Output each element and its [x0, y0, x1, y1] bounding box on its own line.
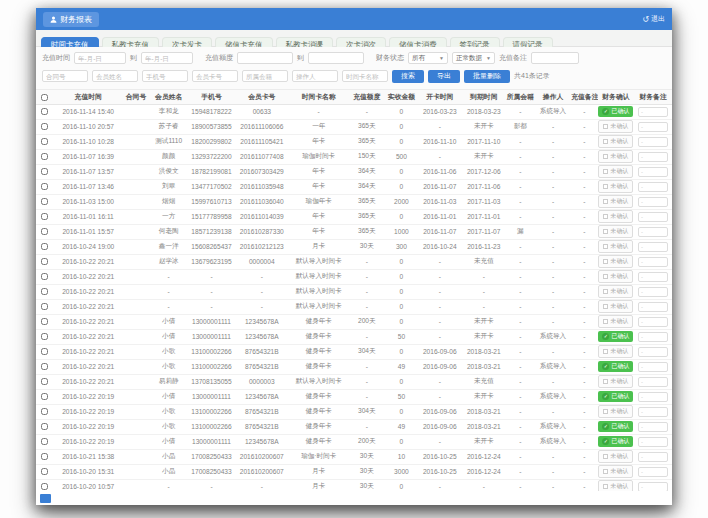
unconfirmed-chip[interactable]: 未确认: [598, 135, 633, 148]
row-checkbox[interactable]: [41, 468, 48, 475]
finance-note-input[interactable]: [638, 407, 668, 417]
app-title-chip[interactable]: 财务报表: [43, 12, 99, 27]
row-checkbox[interactable]: [41, 423, 48, 430]
row-checkbox[interactable]: [41, 213, 48, 220]
row-checkbox[interactable]: [41, 393, 48, 400]
finance-note-input[interactable]: [638, 422, 668, 432]
unconfirmed-chip[interactable]: 未确认: [598, 480, 633, 491]
pagination-button[interactable]: [40, 494, 51, 503]
confirmed-badge[interactable]: ✓已确认: [598, 421, 633, 432]
row-checkbox[interactable]: [41, 138, 48, 145]
finance-note-input[interactable]: [638, 227, 668, 237]
unconfirmed-chip[interactable]: 未确认: [598, 165, 633, 178]
date-from-input[interactable]: [74, 52, 126, 64]
unconfirmed-chip[interactable]: 未确认: [598, 210, 633, 223]
unconfirmed-chip[interactable]: 未确认: [598, 195, 633, 208]
search-field[interactable]: [142, 70, 188, 82]
unconfirmed-chip[interactable]: 未确认: [598, 120, 633, 133]
finance-note-input[interactable]: [638, 107, 668, 117]
finance-note-input[interactable]: [638, 137, 668, 147]
row-checkbox[interactable]: [41, 333, 48, 340]
row-checkbox[interactable]: [41, 258, 48, 265]
finance-note-input[interactable]: [638, 452, 668, 462]
unconfirmed-chip[interactable]: 未确认: [598, 315, 633, 328]
confirmed-badge[interactable]: ✓已确认: [598, 391, 633, 402]
unconfirmed-chip[interactable]: 未确认: [598, 300, 633, 313]
finance-note-input[interactable]: [638, 437, 668, 447]
search-field[interactable]: [292, 70, 338, 82]
finance-note-input[interactable]: [638, 317, 668, 327]
finance-note-input[interactable]: [638, 467, 668, 477]
row-checkbox[interactable]: [41, 198, 48, 205]
finance-note-input[interactable]: [638, 332, 668, 342]
unconfirmed-chip[interactable]: 未确认: [598, 255, 633, 268]
row-checkbox[interactable]: [41, 378, 48, 385]
row-checkbox[interactable]: [41, 273, 48, 280]
quota-to-input[interactable]: [308, 52, 364, 64]
finance-note-input[interactable]: [638, 362, 668, 372]
finance-note-input[interactable]: [638, 242, 668, 252]
row-checkbox[interactable]: [41, 363, 48, 370]
confirmed-badge[interactable]: ✓已确认: [598, 436, 633, 447]
unconfirmed-chip[interactable]: 未确认: [598, 240, 633, 253]
finance-note-input[interactable]: [638, 287, 668, 297]
logout-button[interactable]: ↺ 退出: [642, 14, 665, 24]
search-field[interactable]: [242, 70, 288, 82]
batch-delete-button[interactable]: 批量删除: [464, 70, 510, 83]
row-checkbox[interactable]: [41, 243, 48, 250]
finance-note-input[interactable]: [638, 347, 668, 357]
row-checkbox[interactable]: [41, 303, 48, 310]
unconfirmed-chip[interactable]: 未确认: [598, 405, 633, 418]
data-state-select[interactable]: 正常数据 ▼: [452, 52, 495, 64]
select-all-checkbox[interactable]: [41, 94, 48, 101]
confirmed-badge[interactable]: ✓已确认: [598, 361, 633, 372]
finance-note-input[interactable]: [638, 122, 668, 132]
row-checkbox[interactable]: [41, 483, 48, 490]
confirmed-badge[interactable]: ✓已确认: [598, 106, 633, 117]
date-to-input[interactable]: [141, 52, 193, 64]
unconfirmed-chip[interactable]: 未确认: [598, 375, 633, 388]
finance-note-input[interactable]: [638, 302, 668, 312]
row-checkbox[interactable]: [41, 153, 48, 160]
row-checkbox[interactable]: [41, 228, 48, 235]
row-checkbox[interactable]: [41, 123, 48, 130]
row-checkbox[interactable]: [41, 168, 48, 175]
unconfirmed-chip[interactable]: 未确认: [598, 285, 633, 298]
row-checkbox[interactable]: [41, 288, 48, 295]
finance-note-input[interactable]: [638, 152, 668, 162]
finance-note-input[interactable]: [638, 197, 668, 207]
confirmed-badge[interactable]: ✓已确认: [598, 331, 633, 342]
search-field[interactable]: [192, 70, 238, 82]
unconfirmed-chip[interactable]: 未确认: [598, 180, 633, 193]
row-checkbox[interactable]: [41, 318, 48, 325]
search-button[interactable]: 搜索: [392, 70, 424, 83]
quota-from-input[interactable]: [237, 52, 293, 64]
row-checkbox[interactable]: [41, 438, 48, 445]
finance-note-input[interactable]: [638, 182, 668, 192]
finance-note-input[interactable]: [638, 392, 668, 402]
finance-note-input[interactable]: [638, 377, 668, 387]
unconfirmed-chip[interactable]: 未确认: [598, 225, 633, 238]
row-checkbox[interactable]: [41, 453, 48, 460]
unconfirmed-chip[interactable]: 未确认: [598, 270, 633, 283]
finance-note-input[interactable]: [638, 272, 668, 282]
remark-input[interactable]: [531, 52, 579, 64]
search-field[interactable]: [92, 70, 138, 82]
row-checkbox[interactable]: [41, 183, 48, 190]
unconfirmed-chip[interactable]: 未确认: [598, 345, 633, 358]
cell: 304天: [349, 404, 385, 419]
row-checkbox[interactable]: [41, 408, 48, 415]
unconfirmed-chip[interactable]: 未确认: [598, 450, 633, 463]
finance-status-select[interactable]: 所有 ▼: [408, 52, 448, 64]
export-button[interactable]: 导出: [428, 70, 460, 83]
row-checkbox[interactable]: [41, 108, 48, 115]
row-checkbox[interactable]: [41, 348, 48, 355]
finance-note-input[interactable]: [638, 482, 668, 492]
search-field[interactable]: [342, 70, 388, 82]
finance-note-input[interactable]: [638, 212, 668, 222]
finance-note-input[interactable]: [638, 257, 668, 267]
finance-note-input[interactable]: [638, 167, 668, 177]
unconfirmed-chip[interactable]: 未确认: [598, 465, 633, 478]
unconfirmed-chip[interactable]: 未确认: [598, 150, 633, 163]
search-field[interactable]: [42, 70, 88, 82]
